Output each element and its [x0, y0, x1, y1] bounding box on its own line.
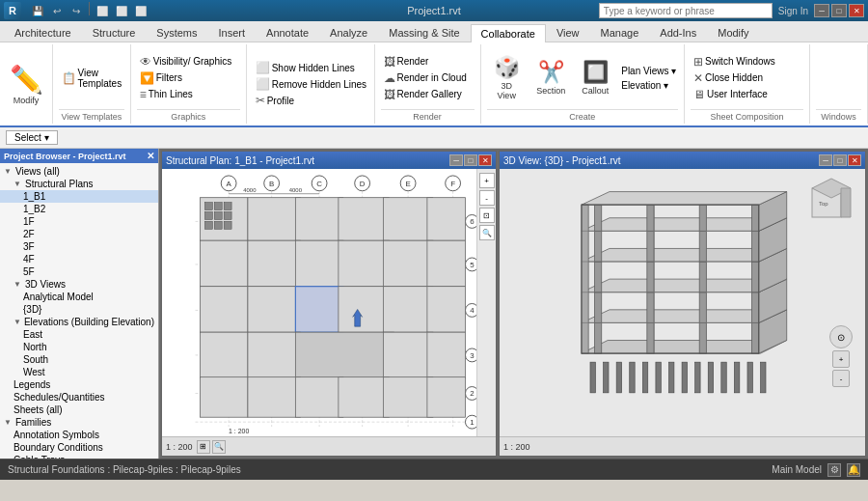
save-btn[interactable]: 💾 [29, 2, 46, 19]
undo-btn[interactable]: ↩ [48, 2, 66, 19]
render-cloud-btn[interactable]: ☁ Render in Cloud [381, 70, 475, 86]
tab-modify[interactable]: Modify [707, 23, 759, 42]
tree-item-north[interactable]: North [0, 341, 158, 353]
show-hidden-btn[interactable]: ⬜ Show Hidden Lines [253, 60, 368, 75]
zoom-out-btn[interactable]: - [479, 190, 495, 206]
plan-bottom-btn1[interactable]: ⊞ [197, 440, 210, 454]
user-interface-btn[interactable]: 🖥 User Interface [691, 87, 803, 102]
tree-item-5f[interactable]: 5F [0, 265, 158, 278]
tree-item-boundary[interactable]: Boundary Conditions [0, 441, 158, 454]
create-group-label: Create [487, 109, 678, 122]
3d-zoom-out[interactable]: - [832, 370, 850, 387]
elevation-btn[interactable]: Elevation ▾ [618, 79, 679, 92]
tab-massing[interactable]: Massing & Site [378, 23, 470, 42]
tree-item-3f[interactable]: 3F [0, 240, 158, 253]
thin-lines-btn[interactable]: ≡ Thin Lines [137, 87, 240, 102]
qa-extra3[interactable]: ⬜ [132, 2, 149, 19]
plan-bottom-btn2[interactable]: 🔍 [212, 440, 226, 454]
redo-btn[interactable]: ↪ [68, 2, 85, 19]
zoom-region-btn[interactable]: 🔍 [479, 225, 495, 240]
tree-item-analytical[interactable]: Analytical Model [0, 291, 158, 303]
plan-minimize[interactable]: ─ [449, 154, 463, 166]
qa-extra2[interactable]: ⬜ [113, 2, 130, 19]
section-btn[interactable]: ✂️ Section [529, 58, 572, 97]
3d-view-btn[interactable]: 🎲 3DView [485, 53, 528, 102]
tree-item[interactable]: ▼ Views (all) [0, 165, 158, 178]
tree-item[interactable]: ▼ Structural Plans [0, 178, 158, 190]
tab-annotate[interactable]: Annotate [256, 23, 319, 42]
callout-btn[interactable]: 🔲 Callout [574, 58, 616, 97]
tree-item-1b2[interactable]: 1_B2 [0, 203, 158, 215]
sign-in-btn[interactable]: Sign In [778, 6, 808, 16]
cut-profile-btn[interactable]: ✂ Profile [253, 93, 368, 108]
tab-view[interactable]: View [546, 23, 590, 42]
minimize-btn[interactable]: ─ [814, 4, 829, 17]
tree-item-2f[interactable]: 2F [0, 228, 158, 240]
modify-button[interactable]: ✏️ Modify [0, 44, 53, 124]
status-icon2[interactable]: 🔔 [847, 463, 860, 477]
tab-structure[interactable]: Structure [82, 23, 147, 42]
tree-item-legends[interactable]: Legends [0, 378, 158, 391]
render-btn[interactable]: 🖼 Render [381, 54, 475, 70]
tree-item-1b1[interactable]: 1_B1 [0, 190, 158, 203]
3d-view-content[interactable]: Top [500, 169, 865, 436]
tree-item-west[interactable]: West [0, 366, 158, 378]
select-dropdown[interactable]: Select ▾ [6, 130, 58, 145]
tree-item-4f[interactable]: 4F [0, 253, 158, 265]
tree-item-3d[interactable]: {3D} [0, 303, 158, 316]
tree-item-cable[interactable]: Cable Trays [0, 454, 158, 459]
plan-close[interactable]: ✕ [478, 154, 492, 166]
fit-btn[interactable]: ⊡ [479, 208, 495, 223]
3d-minimize[interactable]: ─ [819, 154, 832, 166]
tree-item-families[interactable]: ▼ Families [0, 416, 158, 429]
svg-rect-48 [427, 240, 466, 286]
maximize-btn[interactable]: □ [831, 4, 847, 17]
plan-views-btn[interactable]: Plan Views ▾ [618, 65, 679, 77]
3d-maximize[interactable]: □ [833, 154, 847, 166]
svg-rect-40 [339, 198, 389, 241]
tab-systems[interactable]: Systems [146, 23, 207, 42]
tab-addins[interactable]: Add-Ins [649, 23, 707, 42]
tree-item-elevations[interactable]: ▼ Elevations (Building Elevation) [0, 316, 158, 328]
tree-item-3dviews[interactable]: ▼ 3D Views [0, 278, 158, 291]
svg-rect-43 [200, 240, 247, 286]
tree-item-1f[interactable]: 1F [0, 215, 158, 228]
filters-btn[interactable]: 🔽 Filters [137, 70, 240, 86]
pb-close-btn[interactable]: ✕ [147, 151, 154, 161]
project-browser-header: Project Browser - Project1.rvt ✕ [0, 149, 158, 163]
render-gallery-btn[interactable]: 🖼 Render Gallery [381, 87, 475, 102]
tree-item-schedules[interactable]: Schedules/Quantities [0, 391, 158, 404]
view-cube[interactable]: Top [798, 174, 855, 232]
svg-rect-67 [214, 203, 222, 210]
plan-view-content[interactable]: A B C D E F 6 5 4 [162, 169, 496, 436]
tree-item-sheets[interactable]: Sheets (all) [0, 404, 158, 416]
search-input[interactable] [599, 3, 773, 18]
tab-manage[interactable]: Manage [590, 23, 650, 42]
svg-marker-130 [582, 205, 588, 353]
visibility-graphics-btn[interactable]: 👁 Visibility/ Graphics [137, 54, 240, 70]
remove-hidden-btn[interactable]: ⬜ Remove Hidden Lines [253, 76, 368, 92]
qa-extra1[interactable]: ⬜ [94, 2, 111, 19]
close-btn[interactable]: ✕ [849, 4, 864, 17]
tab-analyze[interactable]: Analyze [319, 23, 378, 42]
tab-insert[interactable]: Insert [208, 23, 257, 42]
3d-close[interactable]: ✕ [848, 154, 861, 166]
tree-item-annotation[interactable]: Annotation Symbols [0, 429, 158, 441]
tab-architecture[interactable]: Architecture [4, 23, 82, 42]
switch-windows-btn[interactable]: ⊞ Switch Windows [691, 54, 803, 70]
svg-rect-108 [700, 292, 707, 323]
3d-view-controls: ─ □ ✕ [819, 154, 861, 166]
tab-collaborate[interactable]: Collaborate [471, 24, 546, 42]
plan-maximize[interactable]: □ [464, 154, 477, 166]
zoom-in-btn[interactable]: + [479, 173, 495, 188]
3d-nav-btn[interactable]: ⊙ [829, 325, 853, 348]
tree-item-south[interactable]: South [0, 353, 158, 366]
status-icon1[interactable]: ⚙ [827, 463, 841, 477]
3d-zoom-in[interactable]: + [832, 350, 850, 368]
svg-text:D: D [360, 180, 366, 188]
close-hidden-btn[interactable]: ✕ Close Hidden [691, 70, 803, 86]
view-templates-btn[interactable]: 📋 ViewTemplates [59, 67, 125, 90]
select-bar: Select ▾ [0, 127, 868, 149]
tree-item-east[interactable]: East [0, 328, 158, 341]
svg-rect-88 [630, 362, 635, 393]
